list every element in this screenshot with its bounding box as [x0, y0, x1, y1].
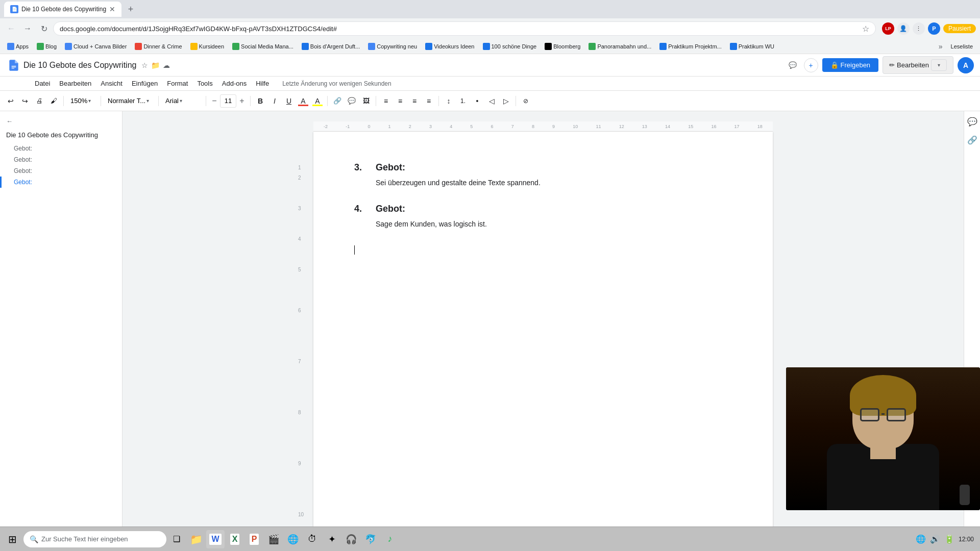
redo-button[interactable]: ↪	[18, 94, 32, 108]
align-right-button[interactable]: ≡	[408, 94, 421, 108]
menu-einfuegen[interactable]: Einfügen	[128, 78, 162, 89]
bookmark-videokurs[interactable]: Videokurs Ideen	[422, 42, 477, 51]
bookmark-apps[interactable]: Apps	[4, 42, 32, 51]
bookmarks-more-button[interactable]: »	[936, 41, 946, 52]
undo-button[interactable]: ↩	[4, 94, 17, 108]
style-dropdown[interactable]: Normaler T... ▾	[104, 95, 155, 106]
align-left-button[interactable]: ≡	[379, 94, 393, 108]
doc-title[interactable]: Die 10 Gebote des Copywriting	[23, 61, 136, 70]
outline-item-4[interactable]: Gebot:	[0, 177, 122, 188]
line-spacing-button[interactable]: ↕	[442, 94, 455, 108]
bookmark-copywriting[interactable]: Copywriting neu	[365, 42, 420, 51]
menu-hilfe[interactable]: Hilfe	[252, 78, 273, 89]
menu-ansicht[interactable]: Ansicht	[96, 78, 127, 89]
bookmark-praktikum-pm[interactable]: Praktikum Projektm...	[656, 42, 725, 51]
docs-logo[interactable]	[6, 58, 21, 73]
start-button[interactable]: ⊞	[2, 529, 22, 549]
search-comments-button[interactable]: 💬	[786, 58, 800, 72]
file-explorer-button[interactable]: 📁	[187, 530, 205, 548]
word-button[interactable]: W	[206, 530, 225, 548]
taskbar-search[interactable]: 🔍 Zur Suche Text hier eingeben	[23, 531, 166, 547]
app5-button[interactable]: 🎬	[264, 530, 283, 548]
links-panel-icon[interactable]: 🔗	[966, 134, 978, 146]
numbered-list-button[interactable]: 1.	[456, 94, 470, 108]
increase-font-size-button[interactable]: +	[237, 94, 247, 108]
app8-button[interactable]: ✦	[323, 530, 341, 548]
extension-icon-1[interactable]: LP	[882, 22, 894, 35]
document-page[interactable]: 1 2 3 4 5 6 7 8 9 10 11 12 13 14 15 16 1	[313, 132, 773, 540]
excel-button[interactable]: X	[226, 530, 244, 548]
spotify-button[interactable]: ♪	[381, 530, 399, 548]
decrease-indent-button[interactable]: ◁	[485, 94, 498, 108]
menu-bearbeiten[interactable]: Bearbeiten	[55, 78, 95, 89]
battery-icon[interactable]: 🔋	[944, 534, 954, 544]
menu-datei[interactable]: Datei	[31, 78, 54, 89]
account-avatar[interactable]: A	[958, 57, 974, 73]
chrome-button[interactable]: 🌐	[284, 530, 302, 548]
bookmark-social[interactable]: Social Media Mana...	[229, 42, 297, 51]
bookmark-cloud-canva[interactable]: Cloud + Canva Bilder	[62, 42, 130, 51]
refresh-button[interactable]: ↻	[37, 21, 51, 36]
extension-icon-2[interactable]: 👤	[897, 22, 910, 35]
extension-icon-3[interactable]: ⋮	[913, 22, 925, 35]
sidebar-back-button[interactable]: ←	[0, 115, 122, 129]
paint-format-button[interactable]: 🖌	[47, 94, 60, 108]
bold-button[interactable]: B	[254, 94, 267, 108]
italic-button[interactable]: I	[268, 94, 281, 108]
document-content[interactable]: 3. Gebot: Sei überzeugen und gestalte de…	[354, 162, 732, 255]
plus-button[interactable]: +	[804, 58, 818, 72]
bookmark-bois[interactable]: Bois d'Argent Duft...	[299, 42, 363, 51]
back-button[interactable]: ←	[4, 21, 18, 36]
image-button[interactable]: 🖼	[359, 94, 373, 108]
volume-icon[interactable]: 🔊	[930, 534, 940, 544]
share-button[interactable]: 🔒 Bearbeiten Freigeben	[822, 58, 879, 72]
bookmark-panorama[interactable]: Panoramabahn und...	[585, 42, 654, 51]
active-tab[interactable]: 📄 Die 10 Gebote des Copywriting ✕	[4, 2, 121, 17]
underline-button[interactable]: U	[282, 94, 296, 108]
clear-format-button[interactable]: ⊘	[519, 94, 532, 108]
tab-close-button[interactable]: ✕	[109, 5, 115, 13]
outline-item-1[interactable]: Gebot:	[0, 143, 122, 154]
gebot-4-text[interactable]: Sage dem Kunden, was logisch ist.	[354, 218, 732, 230]
font-dropdown[interactable]: Arial ▾	[162, 95, 203, 106]
app10-button[interactable]: 🐬	[361, 530, 380, 548]
new-tab-button[interactable]: +	[124, 2, 138, 16]
menu-addons[interactable]: Add-ons	[218, 78, 251, 89]
menu-format[interactable]: Format	[163, 78, 192, 89]
align-justify-button[interactable]: ≡	[422, 94, 435, 108]
zoom-dropdown[interactable]: 150% ▾	[67, 95, 97, 106]
bookmark-kursideen[interactable]: Kursideen	[187, 42, 228, 51]
folder-icon[interactable]: 📁	[151, 61, 160, 69]
cloud-icon[interactable]: ☁	[163, 61, 170, 69]
app9-button[interactable]: 🎧	[342, 530, 360, 548]
outline-item-3[interactable]: Gebot:	[0, 165, 122, 177]
bookmark-bloomberg[interactable]: Bloomberg	[542, 42, 583, 51]
bookmark-button[interactable]: ☆	[862, 24, 869, 34]
app7-button[interactable]: ⏱	[303, 530, 322, 548]
star-icon[interactable]: ☆	[141, 61, 148, 69]
link-button[interactable]: 🔗	[331, 94, 344, 108]
bookmark-praktikum-wu[interactable]: Praktikum WU	[727, 42, 777, 51]
pausiert-button[interactable]: Pausiert	[943, 24, 976, 33]
powerpoint-button[interactable]: P	[245, 530, 263, 548]
decrease-font-size-button[interactable]: −	[209, 94, 219, 108]
print-button[interactable]: 🖨	[33, 94, 46, 108]
comment-button[interactable]: 💬	[345, 94, 358, 108]
bookmark-blog[interactable]: Blog	[34, 42, 60, 51]
address-bar[interactable]: docs.google.com/document/d/1JSojgHRq3Exf…	[53, 21, 876, 36]
menu-tools[interactable]: Tools	[193, 78, 216, 89]
text-color-button[interactable]: A	[297, 94, 310, 108]
gebot-3-text[interactable]: Sei überzeugen und gestalte deine Texte …	[354, 177, 732, 188]
text-cursor-line[interactable]	[354, 245, 732, 255]
font-size-input[interactable]	[220, 94, 236, 108]
profile-avatar[interactable]: P	[928, 22, 940, 35]
edit-mode-button[interactable]: ✏ Bearbeiten ▾	[883, 56, 953, 74]
align-center-button[interactable]: ≡	[394, 94, 407, 108]
comments-panel-icon[interactable]: 💬	[966, 115, 978, 128]
network-icon[interactable]: 🌐	[916, 534, 926, 544]
task-view-button[interactable]: ❑	[167, 530, 186, 548]
highlight-color-button[interactable]: A	[311, 94, 324, 108]
bookmark-dinner[interactable]: Dinner & Crime	[132, 42, 185, 51]
increase-indent-button[interactable]: ▷	[499, 94, 512, 108]
forward-button[interactable]: →	[20, 21, 35, 36]
